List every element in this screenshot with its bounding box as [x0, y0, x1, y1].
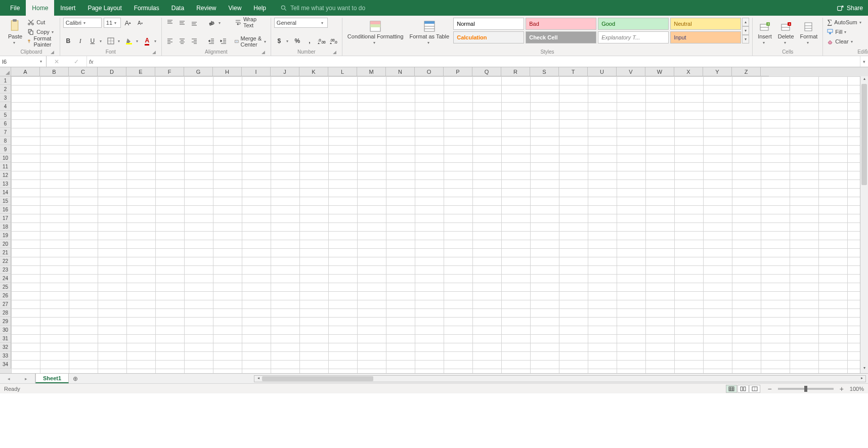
column-header[interactable]: T [559, 67, 588, 76]
decrease-font-button[interactable]: A▾ [135, 18, 145, 28]
tell-me-search[interactable]: Tell me what you want to do [280, 0, 365, 16]
bold-button[interactable]: B [63, 36, 73, 46]
insert-function-button[interactable]: fx [89, 59, 94, 65]
align-left-button[interactable] [165, 36, 175, 46]
vertical-scrollbar[interactable]: ▴ ▾ [860, 76, 868, 373]
styles-scroll-up[interactable]: ▴ [742, 18, 749, 26]
styles-scroll-down[interactable]: ▾ [742, 26, 749, 35]
underline-dropdown[interactable]: ▾ [100, 39, 104, 43]
increase-indent-button[interactable] [219, 36, 229, 46]
font-size-combo[interactable]: 11▾ [104, 18, 121, 28]
cell-style-explanatory[interactable]: Explanatory T... [598, 31, 669, 43]
normal-view-button[interactable] [726, 385, 737, 393]
row-header[interactable]: 19 [0, 231, 11, 240]
zoom-slider[interactable] [778, 388, 834, 390]
cell-style-normal[interactable]: Normal [453, 18, 524, 30]
percent-format-button[interactable]: % [292, 36, 302, 46]
align-top-button[interactable] [165, 18, 175, 28]
column-header[interactable]: B [40, 67, 69, 76]
align-bottom-button[interactable] [189, 18, 199, 28]
column-header[interactable]: F [155, 67, 184, 76]
row-header[interactable]: 8 [0, 137, 11, 145]
column-header[interactable]: C [69, 67, 98, 76]
clear-button[interactable]: Clear ▾ [826, 37, 864, 46]
font-launcher[interactable]: ◢ [152, 50, 158, 56]
align-right-button[interactable] [189, 36, 199, 46]
scroll-left-button[interactable]: ◂ [254, 376, 262, 382]
clipboard-launcher[interactable]: ◢ [51, 50, 57, 56]
alignment-launcher[interactable]: ◢ [262, 50, 268, 56]
orientation-dropdown[interactable]: ▾ [219, 21, 223, 25]
column-header[interactable]: I [242, 67, 271, 76]
row-header[interactable]: 32 [0, 343, 11, 351]
column-header[interactable]: Y [703, 67, 732, 76]
column-header[interactable]: X [674, 67, 703, 76]
tab-formulas[interactable]: Formulas [128, 0, 165, 16]
row-header[interactable]: 12 [0, 171, 11, 180]
row-header[interactable]: 13 [0, 180, 11, 188]
scroll-right-button[interactable]: ▸ [858, 376, 865, 382]
column-header[interactable]: Q [472, 67, 501, 76]
tab-help[interactable]: Help [247, 0, 272, 16]
cells-area[interactable] [11, 76, 860, 373]
fill-color-dropdown[interactable]: ▾ [136, 39, 140, 43]
format-painter-button[interactable]: Format Painter [26, 37, 57, 46]
sheet-nav-first[interactable]: ◂ [8, 376, 10, 381]
fill-button[interactable]: Fill ▾ [826, 27, 864, 36]
row-header[interactable]: 6 [0, 119, 11, 128]
column-header[interactable]: L [328, 67, 357, 76]
column-header[interactable]: G [184, 67, 213, 76]
row-header[interactable]: 22 [0, 257, 11, 265]
page-layout-view-button[interactable] [737, 385, 749, 393]
underline-button[interactable]: U [88, 36, 98, 46]
format-cells-button[interactable]: Format▾ [798, 18, 820, 46]
sort-filter-button[interactable]: AZ Sort & Filter▾ [866, 18, 868, 46]
column-header[interactable]: U [588, 67, 617, 76]
font-name-combo[interactable]: Calibri▾ [63, 18, 102, 28]
tab-view[interactable]: View [223, 0, 248, 16]
decrease-indent-button[interactable] [206, 36, 216, 46]
tab-home[interactable]: Home [26, 0, 54, 16]
orientation-button[interactable]: ab [206, 18, 216, 28]
cell-style-bad[interactable]: Bad [526, 18, 596, 30]
row-header[interactable]: 2 [0, 85, 11, 94]
row-header[interactable]: 23 [0, 265, 11, 274]
column-header[interactable]: D [98, 67, 126, 76]
column-header[interactable]: A [11, 67, 40, 76]
number-format-combo[interactable]: General ▾ [274, 18, 328, 28]
autosum-button[interactable]: ∑ AutoSum ▾ [826, 18, 864, 27]
page-break-view-button[interactable] [749, 385, 760, 393]
sheet-tab-active[interactable]: Sheet1 [35, 374, 69, 383]
wrap-text-button[interactable]: Wrap Text [234, 18, 268, 27]
row-header[interactable]: 3 [0, 94, 11, 102]
row-header[interactable]: 21 [0, 248, 11, 257]
zoom-percent[interactable]: 100% [850, 386, 864, 392]
row-header[interactable]: 17 [0, 214, 11, 222]
cell-style-calculation[interactable]: Calculation [453, 31, 524, 43]
new-sheet-button[interactable]: ⊕ [69, 374, 82, 383]
collapse-ribbon-button[interactable]: ˆ [865, 49, 867, 55]
comma-format-button[interactable]: , [305, 36, 315, 46]
column-header[interactable]: P [444, 67, 472, 76]
row-header[interactable]: 1 [0, 76, 11, 85]
row-header[interactable]: 5 [0, 111, 11, 119]
delete-cells-button[interactable]: × Delete▾ [776, 18, 796, 46]
cancel-formula-button[interactable]: ✕ [54, 58, 59, 65]
paste-button[interactable]: Paste ▾ [6, 18, 24, 46]
row-header[interactable]: 16 [0, 205, 11, 214]
row-header[interactable]: 18 [0, 222, 11, 231]
expand-formula-bar-button[interactable]: ▾ [860, 56, 868, 67]
tab-data[interactable]: Data [165, 0, 190, 16]
zoom-slider-thumb[interactable] [804, 386, 807, 392]
row-header[interactable]: 10 [0, 154, 11, 162]
tab-file[interactable]: File [4, 0, 26, 16]
cell-style-check-cell[interactable]: Check Cell [526, 31, 596, 43]
row-header[interactable]: 25 [0, 283, 11, 291]
row-header[interactable]: 34 [0, 360, 11, 369]
accounting-format-button[interactable]: $ [274, 36, 284, 46]
row-header[interactable]: 14 [0, 188, 11, 197]
column-header[interactable]: H [213, 67, 242, 76]
row-header[interactable]: 4 [0, 102, 11, 111]
tab-insert[interactable]: Insert [54, 0, 81, 16]
column-header[interactable]: M [357, 67, 386, 76]
